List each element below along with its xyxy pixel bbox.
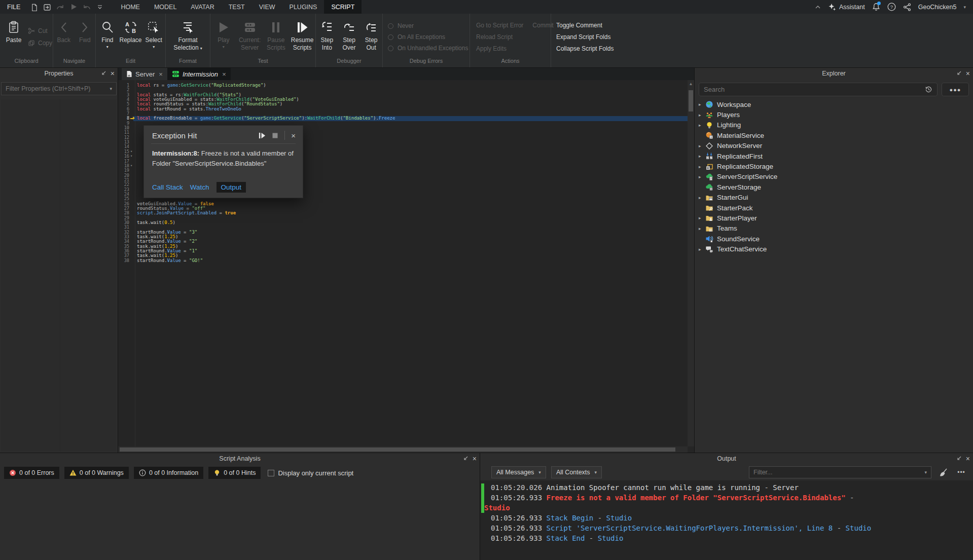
cut-button[interactable]: Cut <box>28 27 52 34</box>
explorer-item-players[interactable]: ▸Players <box>695 109 973 120</box>
tab-home[interactable]: HOME <box>114 0 147 14</box>
go-to-script-error-button[interactable]: Go to Script Error <box>476 22 523 29</box>
close-tab-icon[interactable]: × <box>222 70 226 78</box>
code-line[interactable]: 31 <box>118 225 688 230</box>
scrollbar-thumb[interactable] <box>120 447 675 452</box>
file-menu[interactable]: FILE <box>0 0 27 14</box>
dock-icon[interactable] <box>462 456 469 462</box>
quick-access-dropdown-icon[interactable] <box>93 0 106 14</box>
expand-arrow-icon[interactable]: ▸ <box>699 123 705 128</box>
dock-icon[interactable] <box>100 70 106 77</box>
clear-output-icon[interactable] <box>936 468 950 477</box>
chevron-down-icon[interactable]: ▾ <box>110 86 112 91</box>
code-line[interactable]: 8local freezeBindable = game:GetService(… <box>118 116 688 121</box>
tab-avatar[interactable]: AVATAR <box>184 0 221 14</box>
dock-icon[interactable] <box>956 456 962 462</box>
tab-view[interactable]: VIEW <box>252 0 282 14</box>
tab-plugins[interactable]: PLUGINS <box>282 0 325 14</box>
expand-arrow-icon[interactable]: ▸ <box>699 174 705 179</box>
resume-scripts-button[interactable]: Resume Scripts <box>289 16 315 58</box>
output-line[interactable]: 01:05:26.933 Freeze is not a valid membe… <box>480 493 973 503</box>
analysis-chip-2[interactable]: 0 of 0 Information <box>134 467 203 479</box>
code-line[interactable]: 28script.JoinPartScript.Enabled = true <box>118 211 688 215</box>
paste-button[interactable]: Paste <box>1 16 27 58</box>
play-button[interactable]: Play ▾ <box>210 16 237 58</box>
assistant-button[interactable]: Assistant <box>828 3 865 11</box>
editor-horizontal-scrollbar[interactable] <box>118 446 688 453</box>
step-into-button[interactable]: Step Into <box>316 16 338 58</box>
explorer-item-soundservice[interactable]: SoundService <box>695 234 973 244</box>
replace-button[interactable]: AB Replace <box>119 16 142 58</box>
analysis-chip-1[interactable]: 0 of 0 Warnings <box>64 467 129 479</box>
username[interactable]: GeoChicken5 <box>918 4 957 11</box>
explorer-item-teams[interactable]: ▸Teams <box>695 223 973 234</box>
scroll-up-icon[interactable]: ▲ <box>688 80 694 86</box>
output-link[interactable]: Output <box>217 182 246 193</box>
back-button[interactable]: Back <box>53 16 75 58</box>
analysis-chip-3[interactable]: 0 of 0 Hints <box>208 467 261 479</box>
explorer-item-replicatedstorage[interactable]: ▸ReplicatedStorage <box>695 161 973 171</box>
code-line[interactable]: 34startRound.Value = "2" <box>118 239 688 244</box>
debug-on-all-exceptions-radio[interactable]: On All Exceptions <box>388 33 468 41</box>
code-line[interactable]: 37task.wait(1.25) <box>118 253 688 258</box>
message-filter-dropdown[interactable]: All Messages▾ <box>491 466 546 478</box>
output-line[interactable]: 01:05:20.026 Animation Spoofer cannot ru… <box>480 482 973 493</box>
analysis-chip-0[interactable]: 0 of 0 Errors <box>4 467 59 479</box>
collapse-ribbon-icon[interactable] <box>815 5 821 9</box>
find-button[interactable]: Find ▾ <box>96 16 119 58</box>
format-selection-button[interactable]: Format Selection▾ <box>169 16 207 58</box>
explorer-item-serverstorage[interactable]: ServerStorage <box>695 182 973 192</box>
output-line[interactable]: 01:05:26.933 Script 'ServerScriptService… <box>480 523 973 533</box>
step-over-button[interactable]: Step Over <box>338 16 361 58</box>
share-icon[interactable] <box>903 3 911 11</box>
explorer-item-replicatedfirst[interactable]: ▸ReplicatedFirst <box>695 151 973 161</box>
commit-button[interactable]: Commit <box>532 22 553 29</box>
checkbox-icon[interactable] <box>268 470 274 476</box>
fold-arrow-icon[interactable]: ▾ <box>130 154 132 159</box>
properties-filter-input[interactable] <box>6 85 110 92</box>
code-line[interactable]: 38startRound.Value = "GO!" <box>118 258 688 263</box>
close-icon[interactable]: × <box>111 70 115 77</box>
expand-arrow-icon[interactable]: ▸ <box>699 143 705 148</box>
line-number[interactable]: 38 <box>118 258 129 263</box>
explorer-item-networkserver[interactable]: ▸NetworkServer <box>695 141 973 151</box>
help-icon[interactable]: ? <box>887 3 896 11</box>
explorer-item-lighting[interactable]: ▸Lighting <box>695 120 973 130</box>
pause-scripts-button[interactable]: Pause Scripts <box>263 16 290 58</box>
expand-arrow-icon[interactable]: ▸ <box>699 154 705 159</box>
code-line[interactable]: 33task.wait(1.25) <box>118 235 688 239</box>
debug-on-unhandled-exceptions-radio[interactable]: On Unhandled Exceptions <box>388 45 468 52</box>
close-icon[interactable]: × <box>966 455 970 462</box>
fold-arrow-icon[interactable]: ▾ <box>130 164 132 168</box>
display-only-current-script-checkbox[interactable]: Display only current script <box>268 469 353 477</box>
watch-link[interactable]: Watch <box>190 183 209 191</box>
fold-arrow-icon[interactable]: ▾ <box>130 150 132 154</box>
run-icon[interactable] <box>67 0 80 14</box>
apply-edits-button[interactable]: Apply Edits <box>476 45 554 52</box>
toggle-comment-button[interactable]: Toggle Comment <box>556 22 614 29</box>
select-button[interactable]: Select ▾ <box>142 16 165 58</box>
expand-arrow-icon[interactable]: ▸ <box>699 102 705 107</box>
output-line[interactable]: 01:05:26.933 Stack Begin - Studio <box>480 513 973 523</box>
output-log[interactable]: 01:05:20.026 Animation Spoofer cannot ru… <box>480 480 973 560</box>
explorer-item-materialservice[interactable]: MaterialService <box>695 130 973 140</box>
expand-arrow-icon[interactable]: ▸ <box>699 226 705 231</box>
code-line[interactable]: 1local rs = game:GetService("ReplicatedS… <box>118 83 688 88</box>
editor-tab-server[interactable]: Server × <box>122 68 167 80</box>
debugger-stop-icon[interactable] <box>272 132 278 139</box>
output-options-icon[interactable]: ••• <box>955 469 968 476</box>
explorer-item-startergui[interactable]: ▸StarterGui <box>695 193 973 203</box>
explorer-search[interactable] <box>699 83 938 96</box>
close-icon[interactable]: × <box>966 70 970 77</box>
close-icon[interactable]: × <box>291 131 296 140</box>
close-icon[interactable]: × <box>473 455 477 462</box>
explorer-item-serverscriptservice[interactable]: ▸ServerScriptService <box>695 172 973 182</box>
explorer-item-starterpack[interactable]: StarterPack <box>695 203 973 213</box>
properties-filter[interactable]: ▾ <box>1 82 117 95</box>
explorer-item-workspace[interactable]: ▸Workspace <box>695 99 973 109</box>
redo-icon[interactable] <box>54 0 67 14</box>
open-file-icon[interactable] <box>41 0 54 14</box>
expand-script-folds-button[interactable]: Expand Script Folds <box>556 33 614 41</box>
new-file-icon[interactable] <box>27 0 41 14</box>
context-filter-dropdown[interactable]: All Contexts▾ <box>551 466 602 478</box>
